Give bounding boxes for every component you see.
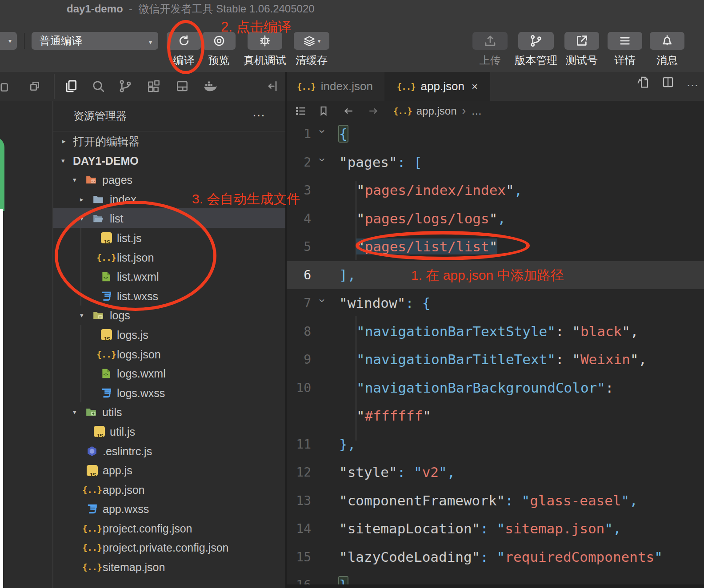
tab-close-icon[interactable]: × [472,80,478,93]
test-account-button[interactable] [564,32,599,50]
code-line-8[interactable]: 8"navigationBarTextStyle": "black", [287,318,704,346]
horizontal-scrollbar[interactable] [287,584,704,588]
open-preview-icon[interactable] [636,75,650,89]
line-number: 9 [287,346,311,374]
clear-cache-button[interactable]: ▾ [294,32,329,50]
token: , [629,493,638,509]
extensions-icon[interactable] [144,77,162,95]
split-editor-icon[interactable] [661,75,675,89]
files-icon[interactable] [62,77,80,95]
tree-file-util.js[interactable]: JSutil.js [53,421,285,441]
code-line-12[interactable]: 12"style": "v2", [287,458,704,487]
tree-file-.eslintrc.js[interactable]: .eslintrc.js [53,441,285,461]
token: "navigationBarTitleText" [356,351,556,367]
tree-pages[interactable]: ▾<>pages [53,170,285,189]
tree-list[interactable]: ▾list [53,208,285,228]
code-line-3[interactable]: 3"pages/index/index", [287,176,704,205]
nav-forward-icon[interactable] [367,104,380,118]
tree-label: list.js [117,228,142,248]
compile-mode-stub-button[interactable]: ▾ [0,32,17,50]
fold-chevron-icon[interactable]: › [308,158,337,162]
tree-label: app.wxss [103,499,149,519]
token: "sitemapLocation" [339,520,480,536]
code-line-wrap[interactable]: "#ffffff" [287,402,704,430]
search-icon[interactable] [89,77,107,95]
code-line-13[interactable]: 13"componentFramework": "glass-easel", [287,487,704,515]
line-number: 10 [287,374,311,402]
tree-label: util.js [110,422,135,441]
code-line-7[interactable]: 7›"window": { [287,289,704,318]
wxss-file-icon [100,387,112,399]
version-manage-button[interactable] [518,32,554,50]
code-line-1[interactable]: 1›{ [287,120,704,148]
window-restore-icon[interactable] [26,77,44,95]
token: " [356,408,365,424]
details-button[interactable] [608,32,642,50]
code-line-11[interactable]: 11}, [287,430,704,459]
code-line-14[interactable]: 14"sitemapLocation": "sitemap.json", [287,515,704,543]
tree-file-app.json[interactable]: {..}app.json [53,480,285,499]
tree-[interactable]: ▸打开的编辑器 [53,131,285,151]
tree-logs[interactable]: ▾logs [53,305,285,325]
code-line-6[interactable]: 6],1. 在 app.json 中添加路径 [287,261,704,290]
token: requiredComponents [505,549,654,565]
code-text: "pages/logs/logs", [356,205,506,233]
token: " [630,351,639,367]
tree-file-list.wxss[interactable]: list.wxss [53,286,285,306]
bookmark-icon[interactable] [318,105,329,117]
tree-utils[interactable]: ▾utils [53,402,285,421]
code-text: "pages/list/list" [356,233,497,261]
breadcrumb-file[interactable]: app.json [416,105,457,117]
tree-label: index [110,190,136,209]
code-line-4[interactable]: 4"pages/logs/logs", [287,205,704,233]
tree-file-list.json[interactable]: {..}list.json [53,247,285,267]
code-line-5[interactable]: 5"pages/list/list" [287,233,704,261]
fold-chevron-icon[interactable]: › [308,298,337,302]
tree-file-sitemap.json[interactable]: {..}sitemap.json [53,557,285,576]
token: , [514,182,523,198]
tree-day1-demo[interactable]: ▾DAY1-DEMO [53,151,285,170]
tree-file-list.wxml[interactable]: <>list.wxml [53,266,285,286]
code-line-9[interactable]: 9"navigationBarTitleText": "Weixin", [287,346,704,374]
breadcrumb-more[interactable]: … [471,105,483,117]
code-line-2[interactable]: 2›"pages": [ [287,148,704,177]
details-label: 详情 [608,53,642,68]
storage-icon[interactable] [173,77,191,95]
outline-icon[interactable] [295,105,307,117]
token: "navigationBarBackgroundColor" [356,380,605,396]
tree-file-logs.json[interactable]: {..}logs.json [53,344,285,364]
tree-file-logs.wxml[interactable]: <>logs.wxml [53,363,285,383]
tree-file-logs.wxss[interactable]: logs.wxss [53,383,285,402]
tree-file-logs.js[interactable]: JSlogs.js [53,325,285,344]
tab-app.json[interactable]: {..}app.json× [385,72,490,101]
upload-button[interactable] [472,32,508,50]
code-line-10[interactable]: 10"navigationBarBackgroundColor": [287,374,704,402]
window-icon[interactable] [0,78,11,96]
tree-file-list.js[interactable]: JSlist.js [53,228,285,247]
explorer-more-icon[interactable]: … [252,104,267,119]
menu-icon [618,34,632,48]
file-explorer: 资源管理器 … ▸打开的编辑器▾DAY1-DEMO▾<>pages▸index▾… [53,101,285,588]
collapse-sidebar-icon[interactable] [264,77,282,95]
compile-button[interactable] [167,32,201,50]
breadcrumb: {..} app.json › … [287,101,704,121]
clear-cache-dropdown-caret-icon[interactable]: ▾ [318,38,321,44]
token: , [447,464,456,480]
tab-index.json[interactable]: {..}index.json [285,72,385,101]
messages-button[interactable] [650,32,684,50]
token: : [505,493,521,509]
source-control-icon[interactable] [116,77,134,95]
docker-icon[interactable] [201,77,219,95]
token: " [572,351,580,367]
token: " [423,408,431,424]
tree-file-project.config.json[interactable]: {..}project.config.json [53,518,285,538]
more-actions-icon[interactable]: … [686,75,700,89]
tree-file-app.wxss[interactable]: app.wxss [53,499,285,518]
tree-file-app.js[interactable]: JSapp.js [53,460,285,480]
nav-back-icon[interactable] [342,104,355,118]
code-line-15[interactable]: 15"lazyCodeLoading": "requiredComponents… [287,543,704,572]
tree-file-project.private.config.json[interactable]: {..}project.private.config.json [53,537,285,557]
token: : [ [397,154,422,170]
compile-mode-select[interactable]: 普通编译 ▾ [32,32,158,50]
fold-chevron-icon[interactable]: › [308,129,337,133]
